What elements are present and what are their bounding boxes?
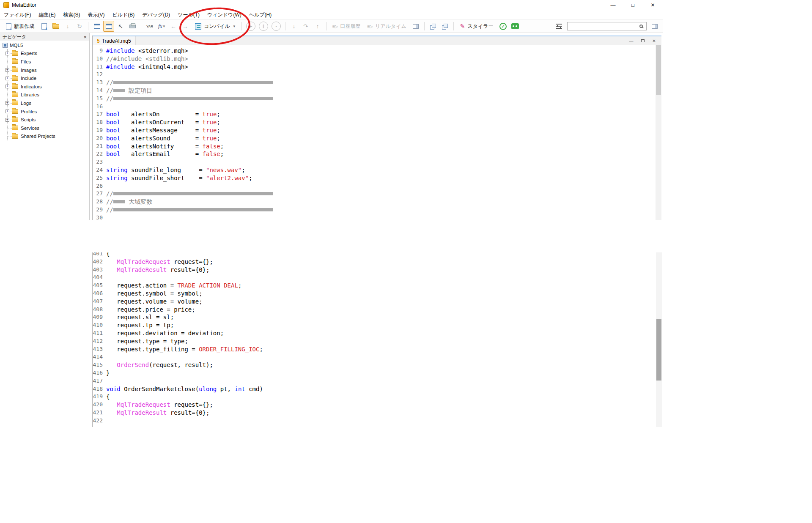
new-file-button[interactable]: 新規作成 <box>3 22 38 31</box>
bottom-scrollbar[interactable] <box>656 252 662 427</box>
line-number: 19 <box>93 126 106 134</box>
styler-button[interactable]: ✎ スタイラー <box>457 22 497 31</box>
editor-scrollbar[interactable] <box>656 45 661 220</box>
menu-build[interactable]: ビルド(B) <box>108 11 138 19</box>
menu-view[interactable]: 表示(V) <box>84 11 108 19</box>
compile-dropdown-icon[interactable]: ▾ <box>233 24 235 28</box>
bottom-scrollbar-thumb[interactable] <box>656 319 661 381</box>
storage-refresh-icon[interactable]: ↻ <box>74 21 85 32</box>
folder-icon <box>12 51 18 56</box>
step-into-icon[interactable]: ↓ <box>288 21 299 32</box>
community-services-icon[interactable] <box>510 21 521 32</box>
editor-minimize-button[interactable]: — <box>625 36 637 45</box>
docked-window-icon[interactable] <box>649 21 660 32</box>
metatrader-window-icon[interactable] <box>91 21 102 32</box>
code-text: string soundFile_long = "news.wav"; <box>106 166 245 174</box>
close-button[interactable]: ✕ <box>643 0 663 10</box>
menu-edit[interactable]: 編集(E) <box>35 11 59 19</box>
expand-icon[interactable]: + <box>5 52 9 55</box>
navigate-back-icon[interactable]: ← <box>168 21 179 32</box>
navigate-forward-icon[interactable]: → <box>180 21 191 32</box>
storage-checkout-icon[interactable]: ↓ <box>62 21 73 32</box>
expand-icon[interactable]: + <box>5 77 9 80</box>
sidebar-item-images[interactable]: +Images <box>0 66 89 74</box>
code-editor-top[interactable]: 9#include <stderror.mqh>10//#include <st… <box>93 45 656 220</box>
scrollbar-thumb[interactable] <box>656 45 661 95</box>
sidebar-item-shared-projects[interactable]: Shared Projects <box>0 132 89 141</box>
profiler-icon[interactable]: YAR <box>144 21 155 32</box>
realtime-button[interactable]: ≡▷ リアルタイム <box>364 23 409 30</box>
code-line-15: 15// <box>93 95 656 103</box>
search-box[interactable] <box>567 22 647 30</box>
maximize-button[interactable]: □ <box>623 0 643 10</box>
pause-debug-icon[interactable]: ∥ <box>259 22 268 31</box>
new-file-label: 新規作成 <box>14 23 34 30</box>
open-folder-icon[interactable] <box>50 21 61 32</box>
expand-icon[interactable]: + <box>5 101 9 105</box>
sidebar-item-profiles[interactable]: +Profiles <box>0 107 89 116</box>
line-number: 420 <box>93 401 106 409</box>
editor-restore-button[interactable] <box>637 36 648 45</box>
window-title: MetaEditor <box>12 2 36 8</box>
code-text: { <box>106 252 110 258</box>
search-input[interactable] <box>568 23 639 30</box>
compile-button[interactable]: コンパイル ▾ <box>192 22 239 31</box>
tab-tradeai-mq5[interactable]: 5 TradeAI.mq5 <box>93 36 136 45</box>
menu-debug[interactable]: デバッグ(D) <box>138 11 174 19</box>
expand-icon[interactable]: + <box>5 118 9 122</box>
metaeditor-window-icon[interactable] <box>103 21 114 32</box>
account-history-button[interactable]: ≡▷ 口座履歴 <box>329 23 364 30</box>
code-line-30: 30 <box>93 214 656 220</box>
search-icon[interactable] <box>639 25 643 28</box>
code-line-407: 407 request.volume = volume; <box>93 298 662 306</box>
menu-help[interactable]: ヘルプ(H) <box>245 11 276 19</box>
function-list-icon[interactable]: fx▾ <box>156 21 167 32</box>
add-item-icon[interactable] <box>38 21 49 32</box>
navigator-close-icon[interactable]: × <box>83 34 87 40</box>
sidebar-item-libraries[interactable]: Libraries <box>0 91 89 99</box>
sidebar-item-files[interactable]: Files <box>0 58 89 66</box>
menu-window[interactable]: ウィンドウ(W) <box>203 11 245 19</box>
sidebar-item-logs[interactable]: +Logs <box>0 99 89 107</box>
line-number: 407 <box>93 298 106 306</box>
chart-box-icon[interactable] <box>410 21 421 32</box>
expand-icon[interactable]: + <box>5 68 9 72</box>
menu-tools[interactable]: ツール(T) <box>174 11 203 19</box>
menu-search[interactable]: 検索(S) <box>59 11 84 19</box>
sidebar-item-experts[interactable]: +Experts <box>0 49 89 58</box>
code-line-408: 408 request.price = price; <box>93 306 662 314</box>
code-text: // <box>106 206 273 214</box>
sidebar-item-label: Services <box>21 126 39 131</box>
step-over-icon[interactable]: ↷ <box>300 21 311 32</box>
snippets-icon[interactable] <box>439 21 450 32</box>
mql5-root-icon <box>3 43 8 48</box>
menu-file[interactable]: ファイル(F) <box>0 11 35 19</box>
minimize-button[interactable]: — <box>603 0 623 10</box>
sidebar-item-mql5-root[interactable]: MQL5 <box>0 41 89 49</box>
stop-debug-icon[interactable]: ▪ <box>272 22 281 31</box>
line-number: 30 <box>93 214 106 220</box>
sidebar-item-scripts[interactable]: +Scripts <box>0 115 89 124</box>
code-line-11: 11#include <initmql4.mqh> <box>93 63 656 71</box>
step-out-icon[interactable]: ↑ <box>312 21 323 32</box>
copy-icon[interactable] <box>428 21 439 32</box>
sidebar-item-include[interactable]: +Include <box>0 74 89 82</box>
expand-icon[interactable]: + <box>5 85 9 88</box>
code-line-403: 403 MqlTradeResult result={0}; <box>93 266 662 274</box>
code-editor-bottom[interactable]: 401{402 MqlTradeRequest request={};403 M… <box>93 252 662 425</box>
sidebar-item-services[interactable]: Services <box>0 124 89 132</box>
sidebar-item-indicators[interactable]: +Indicators <box>0 82 89 91</box>
expand-icon[interactable]: + <box>5 110 9 113</box>
editor-window-controls: — ✕ <box>625 36 660 45</box>
print-icon[interactable] <box>127 21 138 32</box>
code-text: request.tp = tp; <box>106 321 174 329</box>
start-debug-icon[interactable]: ▶ <box>246 22 255 31</box>
settings-sliders-icon[interactable] <box>554 21 565 32</box>
line-number: 10 <box>93 55 106 63</box>
cursor-select-icon[interactable]: ↖ <box>115 21 126 32</box>
code-line-24: 24string soundFile_long = "news.wav"; <box>93 166 656 174</box>
check-syntax-icon[interactable]: ✓ <box>498 21 509 32</box>
folder-icon <box>12 126 18 130</box>
code-text: MqlTradeRequest request={}; <box>106 401 213 409</box>
editor-close-button[interactable]: ✕ <box>648 36 660 45</box>
